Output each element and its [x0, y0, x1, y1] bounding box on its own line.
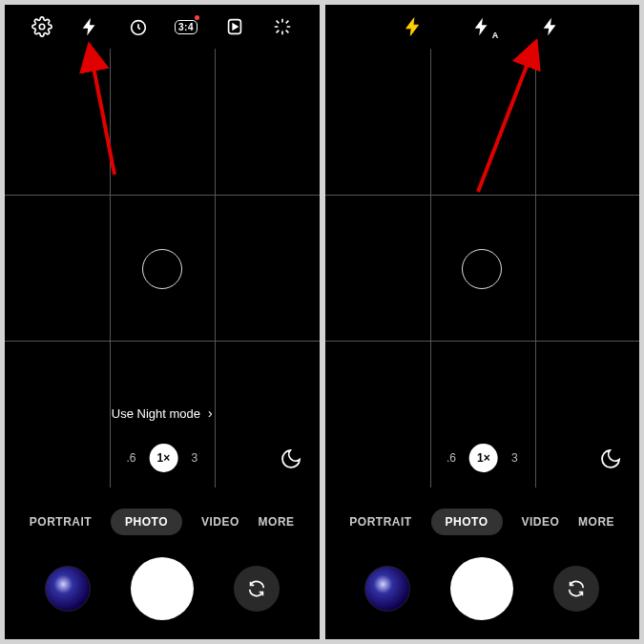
camera-screen-left: 3:4 Use Night mode › .6 1× 3 PORTRAIT [5, 5, 320, 639]
grid-line [5, 195, 320, 196]
zoom-option-high[interactable]: 3 [191, 451, 197, 465]
grid-line [5, 341, 320, 342]
mode-video[interactable]: VIDEO [521, 515, 559, 529]
shutter-button[interactable] [131, 557, 194, 620]
grid-line [430, 49, 431, 488]
switch-camera-button[interactable] [234, 566, 280, 612]
zoom-option-low[interactable]: .6 [447, 451, 456, 465]
flash-auto-icon[interactable]: A [467, 11, 497, 42]
grid-line [110, 49, 111, 488]
flash-always-on-icon[interactable] [398, 11, 428, 42]
grid-line [325, 195, 640, 196]
mode-video[interactable]: VIDEO [201, 515, 239, 529]
mode-selector[interactable]: PORTRAIT PHOTO VIDEO MORE [5, 503, 320, 541]
bottom-controls [325, 555, 640, 622]
svg-point-0 [39, 24, 45, 30]
mode-photo[interactable]: PHOTO [111, 509, 182, 535]
mode-more[interactable]: MORE [578, 515, 614, 529]
night-mode-icon[interactable] [280, 447, 302, 470]
night-mode-label: Use Night mode [112, 406, 200, 421]
night-mode-icon[interactable] [599, 447, 622, 470]
top-toolbar-flash-expanded: A [325, 5, 640, 49]
filters-icon[interactable] [267, 11, 298, 42]
night-mode-hint[interactable]: Use Night mode › [112, 405, 213, 421]
top-toolbar: 3:4 [5, 5, 320, 49]
ratio-indicator-dot [195, 15, 199, 20]
zoom-option-low[interactable]: .6 [126, 451, 135, 465]
grid-line [535, 49, 536, 488]
focus-indicator [142, 249, 182, 289]
aspect-ratio-icon[interactable]: 3:4 [171, 11, 201, 42]
mode-portrait[interactable]: PORTRAIT [30, 515, 92, 529]
zoom-selector[interactable]: .6 1× 3 [447, 444, 518, 472]
mode-more[interactable]: MORE [259, 515, 295, 529]
mode-portrait[interactable]: PORTRAIT [349, 515, 411, 529]
flash-icon[interactable] [74, 11, 105, 42]
focus-indicator [462, 249, 502, 289]
chevron-right-icon: › [208, 405, 213, 421]
viewfinder[interactable]: Use Night mode › .6 1× 3 [5, 49, 320, 488]
camera-screen-right: A .6 1× 3 PORTRAIT PHOTO VIDEO MORE [325, 5, 640, 639]
mode-photo[interactable]: PHOTO [431, 509, 503, 535]
settings-icon[interactable] [27, 11, 57, 42]
shutter-button[interactable] [450, 557, 513, 620]
grid-line [325, 341, 640, 342]
zoom-option-active[interactable]: 1× [149, 444, 177, 472]
timer-icon[interactable] [123, 11, 154, 42]
zoom-option-high[interactable]: 3 [511, 451, 518, 465]
zoom-selector[interactable]: .6 1× 3 [126, 444, 197, 472]
grid-line [215, 49, 216, 488]
flash-on-icon[interactable] [535, 11, 566, 42]
gallery-thumbnail[interactable] [364, 566, 410, 612]
switch-camera-button[interactable] [553, 566, 599, 612]
zoom-option-active[interactable]: 1× [469, 444, 498, 472]
mode-selector[interactable]: PORTRAIT PHOTO VIDEO MORE [325, 503, 640, 541]
motion-photo-icon[interactable] [219, 11, 250, 42]
viewfinder[interactable]: .6 1× 3 [325, 49, 640, 488]
gallery-thumbnail[interactable] [45, 566, 91, 612]
bottom-controls [5, 555, 320, 622]
